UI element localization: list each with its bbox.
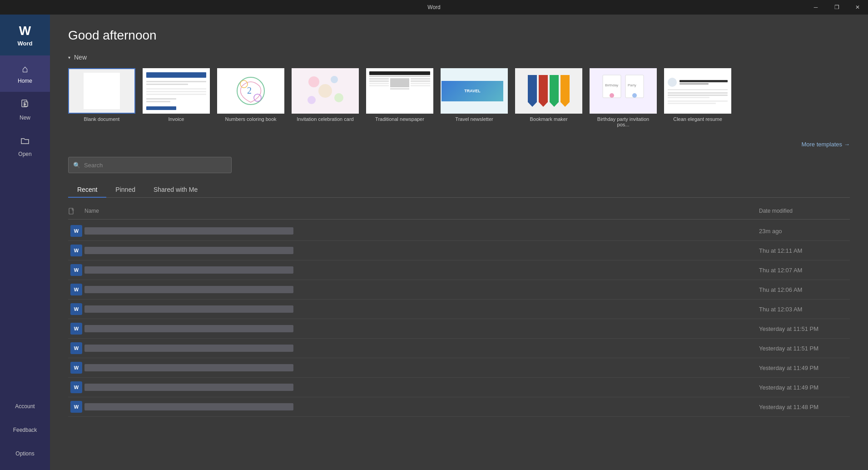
table-row[interactable]: W Thu at 12:07 AM (68, 260, 850, 280)
template-newsletter-thumb: TRAVEL (441, 68, 508, 114)
sidebar-app-name: Word (18, 40, 33, 47)
table-row[interactable]: W Yesterday at 11:51 PM (68, 319, 850, 339)
svg-text:Party: Party (628, 83, 636, 87)
table-row[interactable]: W Thu at 12:11 AM (68, 241, 850, 260)
file-icon-10: W (68, 401, 84, 413)
table-row[interactable]: W Thu at 12:03 AM (68, 300, 850, 319)
file-name-5 (84, 305, 293, 313)
template-blank[interactable]: Blank document (68, 68, 135, 127)
template-newspaper-thumb (366, 68, 433, 114)
file-date-2: Thu at 12:11 AM (759, 247, 850, 254)
svg-point-9 (331, 76, 338, 83)
file-date-6: Yesterday at 11:51 PM (759, 325, 850, 332)
files-header-icon-col (68, 208, 84, 216)
file-name-10 (84, 403, 293, 410)
template-invoice-label: Invoice (169, 116, 184, 122)
files-header-name: Name (84, 208, 759, 216)
sidebar-logo[interactable]: W Word (0, 15, 50, 55)
tab-recent[interactable]: Recent (68, 182, 106, 198)
file-name-6 (84, 325, 293, 332)
svg-point-12 (308, 96, 316, 104)
file-name-3 (84, 266, 293, 274)
new-section-header: ▾ New (68, 54, 850, 61)
restore-button[interactable]: ❐ (826, 0, 847, 15)
file-icon-9: W (68, 381, 84, 393)
close-button[interactable]: ✕ (847, 0, 868, 15)
file-icon-3: W (68, 264, 84, 276)
blank-doc-preview (84, 73, 120, 109)
template-invitation-thumb (292, 68, 359, 114)
table-row[interactable]: W Yesterday at 11:49 PM (68, 378, 850, 397)
minimize-button[interactable]: ─ (805, 0, 826, 15)
svg-point-11 (334, 93, 343, 102)
file-icon-4: W (68, 284, 84, 295)
file-date-4: Thu at 12:06 AM (759, 286, 850, 293)
sidebar-item-open[interactable]: Open (0, 128, 50, 165)
template-invoice-thumb (143, 68, 210, 114)
collapse-arrow-icon[interactable]: ▾ (68, 55, 70, 60)
more-templates-arrow-icon: → (844, 141, 850, 148)
sidebar-item-new[interactable]: New (0, 92, 50, 128)
word-doc-icon: W (70, 284, 82, 295)
word-doc-icon: W (70, 245, 82, 256)
word-doc-icon: W (70, 381, 82, 393)
template-clean-resume[interactable]: Clean elegant resume (664, 68, 731, 127)
home-icon: ⌂ (22, 63, 28, 75)
template-bookmark-label: Bookmark maker (530, 116, 567, 122)
search-box: 🔍 (68, 157, 232, 173)
titlebar-title: Word (427, 4, 440, 10)
more-templates-row: More templates → (68, 141, 850, 148)
template-birthday-label: Birthday party invitation pos... (591, 116, 655, 127)
template-invoice[interactable]: Invoice (143, 68, 210, 127)
files-table-header: Name Date modified (68, 205, 850, 220)
template-birthday-thumb: Birthday Party (590, 68, 657, 114)
files-table: Name Date modified W 23m ago W Thu at 12… (68, 205, 850, 417)
file-name-4 (84, 286, 293, 293)
sidebar-bottom: Account Feedback Options (0, 395, 50, 470)
template-travel-newsletter[interactable]: TRAVEL Travel newsletter (441, 68, 508, 127)
table-row[interactable]: W Yesterday at 11:48 PM (68, 397, 850, 417)
sidebar-open-label: Open (18, 151, 31, 157)
table-row[interactable]: W Yesterday at 11:51 PM (68, 339, 850, 358)
search-input[interactable] (84, 162, 227, 169)
file-date-10: Yesterday at 11:48 PM (759, 404, 850, 410)
template-resume-thumb (664, 68, 731, 114)
file-icon-6: W (68, 323, 84, 335)
word-doc-icon: W (70, 342, 82, 354)
app-layout: W Word ⌂ Home New Op (0, 15, 868, 470)
template-resume-label: Clean elegant resume (673, 116, 722, 122)
greeting: Good afternoon (68, 28, 850, 43)
sidebar-options-item[interactable]: Options (0, 442, 50, 465)
sidebar-feedback-item[interactable]: Feedback (0, 418, 50, 442)
word-doc-icon: W (70, 362, 82, 374)
template-blank-label: Blank document (84, 116, 120, 122)
file-name-2 (84, 247, 293, 254)
tab-shared[interactable]: Shared with Me (144, 182, 207, 198)
svg-point-17 (610, 93, 614, 98)
table-row[interactable]: W Yesterday at 11:49 PM (68, 358, 850, 378)
table-row[interactable]: W 23m ago (68, 221, 850, 241)
file-date-9: Yesterday at 11:49 PM (759, 384, 850, 391)
template-traditional-newspaper[interactable]: Traditional newspaper (366, 68, 433, 127)
file-date-5: Thu at 12:03 AM (759, 306, 850, 313)
tabs-row: Recent Pinned Shared with Me (68, 182, 850, 198)
file-icon-1: W (68, 225, 84, 237)
template-bookmark-maker[interactable]: Bookmark maker (515, 68, 582, 127)
tab-pinned[interactable]: Pinned (106, 182, 144, 198)
open-icon (20, 135, 30, 148)
word-doc-icon: W (70, 264, 82, 276)
more-templates-link[interactable]: More templates → (801, 141, 850, 148)
template-birthday-invitation[interactable]: Birthday Party Birthday party invitation… (590, 68, 657, 127)
sidebar-account-item[interactable]: Account (0, 395, 50, 418)
account-label: Account (15, 403, 35, 410)
template-bookmark-thumb (515, 68, 582, 114)
sidebar-item-home[interactable]: ⌂ Home (0, 55, 50, 92)
table-row[interactable]: W Thu at 12:06 AM (68, 280, 850, 300)
new-icon (20, 99, 30, 112)
svg-point-18 (632, 93, 637, 98)
sidebar-home-label: Home (18, 78, 32, 84)
template-coloring-thumb: 2 (217, 68, 284, 114)
template-coloring-label: Numbers coloring book (225, 116, 276, 122)
template-invitation-card[interactable]: Invitation celebration card (292, 68, 359, 127)
template-numbers-coloring-book[interactable]: 2 Numbers coloring book (217, 68, 284, 127)
